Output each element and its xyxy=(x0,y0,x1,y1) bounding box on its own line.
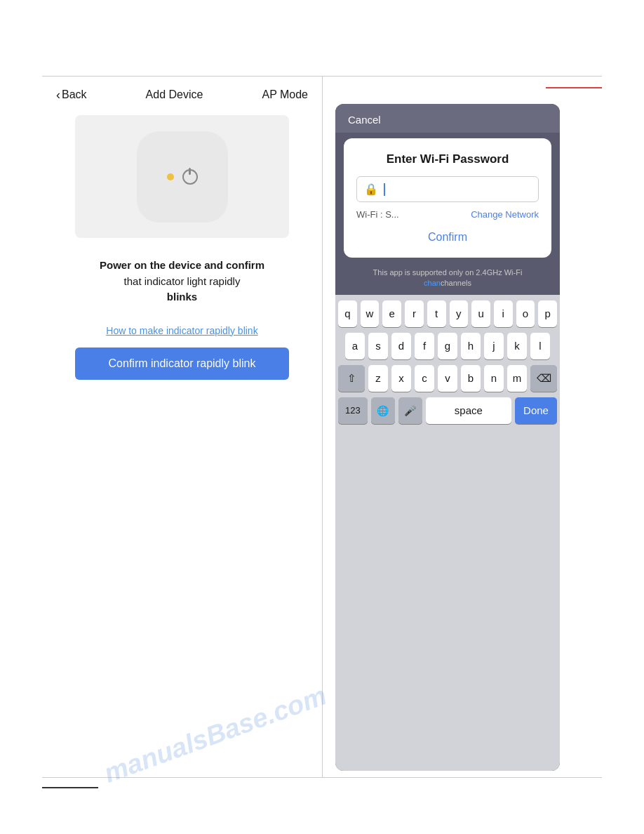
key-p[interactable]: p xyxy=(538,300,557,327)
dialog-confirm-button[interactable]: Confirm xyxy=(428,228,467,246)
done-key[interactable]: Done xyxy=(515,397,557,424)
cancel-bar: Cancel xyxy=(335,104,560,133)
desc-line1: Power on the device and confirm xyxy=(100,259,264,271)
back-button[interactable]: ‹ Back xyxy=(56,88,87,101)
left-panel: ‹ Back Add Device AP Mode Power on the d… xyxy=(42,76,322,778)
shift-key[interactable]: ⇧ xyxy=(338,365,365,392)
key-s[interactable]: s xyxy=(368,333,388,359)
numbers-key[interactable]: 123 xyxy=(338,397,368,424)
keyboard-row-3: ⇧ z x c v b n m ⌫ xyxy=(338,365,557,392)
key-c[interactable]: c xyxy=(415,365,434,392)
key-i[interactable]: i xyxy=(494,300,513,327)
wifi-ssid-label: Wi-Fi : S... xyxy=(356,209,399,220)
sub-text: This app is supported only on 2.4GHz Wi-… xyxy=(335,263,560,295)
nav-bar: ‹ Back Add Device AP Mode xyxy=(42,76,322,110)
key-w[interactable]: w xyxy=(361,300,380,327)
key-m[interactable]: m xyxy=(507,365,527,392)
keyboard-bottom-row: 123 🌐 🎤 space Done xyxy=(338,397,557,424)
indicator-link[interactable]: How to make indicator rapidly blink xyxy=(106,325,257,336)
description-text: Power on the device and confirm that ind… xyxy=(100,258,264,305)
keyboard: q w e r t y u i o p a s d f g h j k xyxy=(335,295,560,771)
key-l[interactable]: l xyxy=(530,333,550,359)
key-y[interactable]: y xyxy=(450,300,469,327)
space-key[interactable]: space xyxy=(426,397,511,424)
key-b[interactable]: b xyxy=(461,365,481,392)
sub-text-prefix: This app is supported only on 2.4GHz Wi-… xyxy=(373,268,523,277)
keyboard-row-1: q w e r t y u i o p xyxy=(338,300,557,327)
key-x[interactable]: x xyxy=(391,365,411,392)
phone-screen: Cancel Enter Wi-Fi Password 🔒 Wi-Fi : S.… xyxy=(335,104,560,771)
key-v[interactable]: v xyxy=(438,365,457,392)
mic-key[interactable]: 🎤 xyxy=(398,397,422,424)
desc-line3: blinks xyxy=(167,291,197,303)
back-label: Back xyxy=(62,88,87,101)
key-q[interactable]: q xyxy=(338,300,357,327)
key-z[interactable]: z xyxy=(368,365,388,392)
back-chevron-icon: ‹ xyxy=(56,88,60,101)
keyboard-row-2: a s d f g h j k l xyxy=(338,333,557,359)
delete-key[interactable]: ⌫ xyxy=(530,365,557,392)
bottom-underline-decoration xyxy=(42,787,98,788)
key-a[interactable]: a xyxy=(345,333,365,359)
wifi-info-row: Wi-Fi : S... Change Network xyxy=(356,209,539,220)
nav-title: Add Device xyxy=(146,88,203,101)
key-h[interactable]: h xyxy=(461,333,481,359)
key-f[interactable]: f xyxy=(415,333,434,359)
sub-text-highlight: chan xyxy=(424,279,441,287)
key-g[interactable]: g xyxy=(438,333,457,359)
right-panel: Cancel Enter Wi-Fi Password 🔒 Wi-Fi : S.… xyxy=(323,76,602,778)
key-j[interactable]: j xyxy=(484,333,504,359)
key-d[interactable]: d xyxy=(391,333,411,359)
sub-text-suffix: channels xyxy=(441,279,471,287)
ap-mode-button[interactable]: AP Mode xyxy=(262,88,308,101)
device-image-area xyxy=(75,115,289,238)
dialog-title: Enter Wi-Fi Password xyxy=(387,152,509,166)
password-input-row[interactable]: 🔒 xyxy=(356,176,539,202)
device-indicator-dot xyxy=(167,173,174,180)
lock-icon: 🔒 xyxy=(364,183,378,196)
key-e[interactable]: e xyxy=(382,300,401,327)
key-k[interactable]: k xyxy=(507,333,527,359)
key-o[interactable]: o xyxy=(516,300,535,327)
device-shape xyxy=(137,131,228,223)
change-network-link[interactable]: Change Network xyxy=(471,209,539,220)
globe-key[interactable]: 🌐 xyxy=(371,397,395,424)
key-t[interactable]: t xyxy=(427,300,446,327)
confirm-indicator-button[interactable]: Confirm indicator rapidly blink xyxy=(75,348,289,380)
cancel-button[interactable]: Cancel xyxy=(348,114,381,126)
wifi-password-dialog: Enter Wi-Fi Password 🔒 Wi-Fi : S... Chan… xyxy=(344,138,551,258)
password-cursor xyxy=(384,183,385,196)
key-n[interactable]: n xyxy=(484,365,504,392)
device-power-icon xyxy=(182,169,198,185)
key-u[interactable]: u xyxy=(471,300,490,327)
key-r[interactable]: r xyxy=(405,300,424,327)
desc-line2: that indicator light rapidly xyxy=(124,275,241,287)
